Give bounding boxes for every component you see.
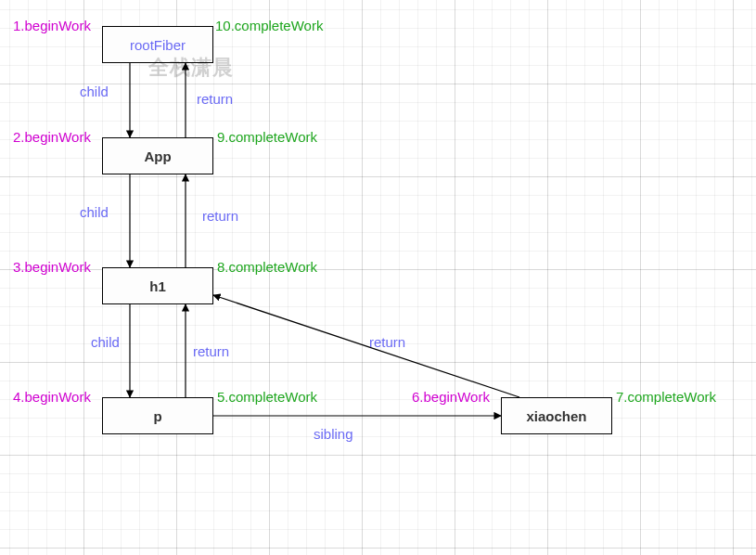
label-completework-5: 5.completeWork	[217, 389, 317, 405]
label-completework-9: 9.completeWork	[217, 129, 317, 145]
node-p: p	[102, 397, 213, 434]
label-beginwork-2: 2.beginWork	[13, 129, 91, 145]
label-completework-7: 7.completeWork	[616, 389, 716, 405]
edge-label-child-2: child	[80, 204, 109, 220]
edge-label-child-3: child	[91, 334, 120, 350]
label-completework-8: 8.completeWork	[217, 259, 317, 275]
edge-label-return-3: return	[193, 343, 229, 359]
edge-label-child-1: child	[80, 84, 109, 99]
label-beginwork-4: 4.beginWork	[13, 389, 91, 405]
node-rootfiber: rootFiber	[102, 26, 213, 63]
node-app: App	[102, 137, 213, 174]
label-completework-10: 10.completeWork	[215, 18, 323, 33]
edge-label-return-1: return	[197, 91, 233, 107]
label-beginwork-6: 6.beginWork	[412, 389, 490, 405]
edge-label-sibling: sibling	[314, 426, 353, 442]
node-h1: h1	[102, 267, 213, 304]
node-xiaochen: xiaochen	[501, 397, 612, 434]
edge-label-return-2: return	[202, 208, 238, 224]
label-beginwork-3: 3.beginWork	[13, 259, 91, 275]
svg-line-7	[213, 295, 519, 397]
edge-label-return-4: return	[369, 334, 405, 350]
label-beginwork-1: 1.beginWork	[13, 18, 91, 33]
